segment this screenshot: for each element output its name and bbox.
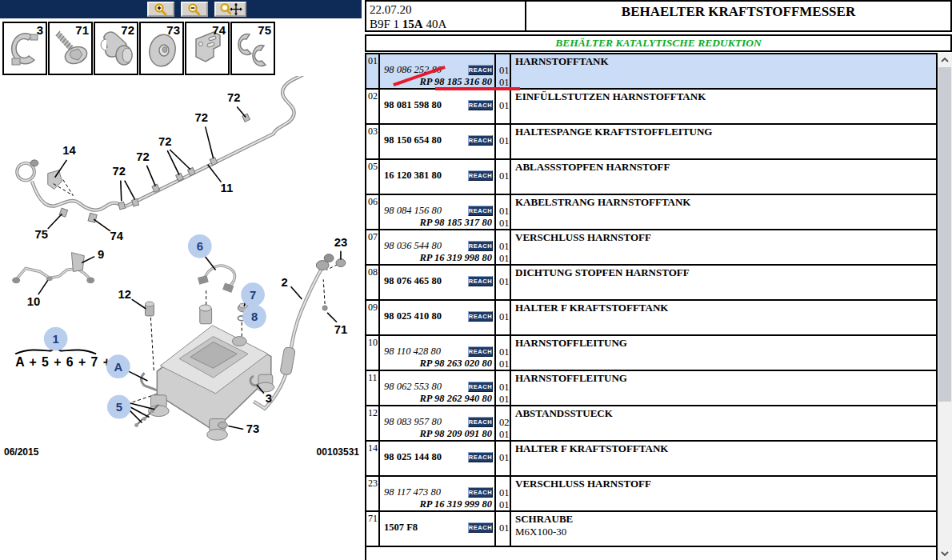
reach-button[interactable]: REACH — [468, 135, 493, 146]
table-row-07[interactable]: 0798 036 544 80REACHRP 16 319 998 800101… — [366, 230, 936, 266]
callout-73[interactable]: 73 — [246, 422, 260, 435]
callout-72[interactable]: 72 — [194, 111, 208, 124]
ref-number: 01 — [366, 54, 380, 88]
replacement-part-number: RP 16 319 999 80 — [419, 498, 492, 510]
description-cell: HARNSTOFFLEITUNG — [513, 336, 936, 370]
part-thumbnail-73[interactable]: 73 — [139, 22, 184, 75]
callout-72[interactable]: 72 — [136, 150, 150, 163]
part-cell: 98 081 598 80REACH — [382, 90, 496, 123]
quantity-cell: 01 — [498, 301, 511, 334]
reach-button[interactable]: REACH — [468, 311, 493, 322]
callout-12[interactable]: 12 — [118, 288, 131, 301]
callout-71[interactable]: 71 — [334, 323, 348, 336]
zoom-out-button[interactable] — [181, 2, 208, 17]
callout-3[interactable]: 3 — [266, 392, 272, 405]
reach-button[interactable]: REACH — [468, 206, 493, 216]
table-row-12[interactable]: 1298 083 957 80REACHRP 98 209 091 800201… — [366, 406, 936, 442]
quantity-cell: 0101 — [498, 230, 511, 264]
zoom-in-button[interactable] — [147, 2, 174, 17]
reach-button[interactable]: REACH — [468, 65, 493, 75]
callout-2[interactable]: 2 — [282, 276, 288, 289]
part-number: 98 110 428 80 — [384, 346, 441, 358]
reach-button[interactable]: REACH — [468, 100, 493, 110]
callout-72[interactable]: 72 — [158, 135, 172, 148]
table-row-23[interactable]: 2398 117 473 80REACHRP 16 319 999 800101… — [366, 477, 936, 512]
quantity: 01 — [499, 135, 510, 147]
quantity: 01 — [499, 522, 510, 534]
callout-5[interactable]: 5 — [116, 401, 122, 414]
quantity: 01 — [499, 429, 510, 441]
callout-1[interactable]: 1 — [53, 333, 59, 346]
part-description: HALTESPANGE KRAFTSTOFFLEITUNG — [515, 126, 934, 138]
callout-7[interactable]: 7 — [250, 289, 256, 302]
ref-number: 05 — [366, 160, 380, 194]
table-row-09[interactable]: 0998 025 410 80REACH01HALTER F KRAFTSTOF… — [366, 301, 936, 336]
reach-button[interactable]: REACH — [468, 241, 493, 251]
callout-74[interactable]: 74 — [110, 230, 124, 242]
table-row-06[interactable]: 0698 084 156 80REACHRP 98 185 317 800101… — [366, 195, 936, 230]
callout-6[interactable]: 6 — [197, 240, 203, 253]
table-row-10[interactable]: 1098 110 428 80REACHRP 98 263 020 800101… — [366, 336, 936, 371]
part-number: 98 025 144 80 — [384, 451, 442, 463]
quantity-cell: 0101 — [498, 54, 511, 88]
drawing-number: 00103531 — [284, 446, 359, 458]
diagram-toolbar — [0, 0, 362, 18]
thumbnail-label: 3 — [37, 23, 43, 37]
reach-button[interactable]: REACH — [468, 452, 493, 462]
part-cell: 98 110 428 80REACHRP 98 263 020 80 — [382, 336, 496, 370]
table-row-14[interactable]: 1498 025 144 80REACH01HALTER F KRAFTSTOF… — [366, 442, 936, 477]
part-thumbnail-71[interactable]: 71 — [48, 22, 93, 75]
callout-11[interactable]: 11 — [221, 182, 234, 194]
ref-number: 14 — [366, 442, 380, 475]
reach-button[interactable]: REACH — [468, 346, 493, 357]
scroll-up-button[interactable] — [938, 53, 952, 66]
quantity-cell: 01 — [498, 512, 511, 546]
reach-button[interactable]: REACH — [468, 487, 493, 498]
ref-number: 02 — [366, 90, 380, 123]
description-cell: ABSTANDSSTUECK — [513, 406, 936, 440]
reach-button[interactable]: REACH — [468, 522, 493, 533]
page-title: BEHAELTER KRAFTSTOFFMESSER — [526, 4, 950, 20]
part-thumbnail-3[interactable]: 3 — [2, 22, 47, 75]
catalog-reference: 22.07.20 B9F 1 15A 40A — [366, 2, 526, 30]
table-row-05[interactable]: 0516 120 381 80REACH01ABLASSSTOPFEN HARN… — [366, 160, 936, 195]
catalog-header: 22.07.20 B9F 1 15A 40A BEHAELTER KRAFTST… — [365, 0, 952, 32]
reach-button[interactable]: REACH — [468, 170, 493, 181]
callout-75[interactable]: 75 — [35, 228, 49, 241]
leader-line — [146, 166, 155, 186]
part-spec: M6X100-30 — [515, 526, 934, 538]
callout-72[interactable]: 72 — [113, 165, 126, 178]
ref-number: 71 — [366, 512, 380, 546]
part-description: HALTER F KRAFTSTOFFTANK — [515, 302, 934, 314]
callout-14[interactable]: 14 — [62, 144, 76, 157]
table-row-01[interactable]: 0198 086 252 80REACHRP 98 185 316 800101… — [366, 54, 936, 90]
leader-line — [208, 165, 222, 182]
reach-button[interactable]: REACH — [468, 417, 493, 427]
callout-A[interactable]: A — [114, 361, 122, 374]
part-thumbnail-74[interactable]: 74 — [185, 22, 230, 75]
quantity: 01 — [499, 499, 510, 511]
reach-button[interactable]: REACH — [468, 382, 493, 392]
callout-72[interactable]: 72 — [227, 91, 241, 104]
scroll-down-button[interactable] — [938, 546, 952, 560]
table-row-03[interactable]: 0398 150 654 80REACH01HALTESPANGE KRAFTS… — [366, 125, 936, 160]
callout-9[interactable]: 9 — [98, 248, 104, 261]
part-thumbnail-75[interactable]: 75 — [230, 22, 275, 75]
callout-10[interactable]: 10 — [27, 296, 41, 309]
table-row-11[interactable]: 1198 062 553 80REACHRP 98 262 940 800101… — [366, 371, 936, 406]
diagram-date: 06/2015 — [4, 446, 38, 458]
table-row-02[interactable]: 0298 081 598 80REACH01EINFÜLLSTUTZEN HAR… — [366, 90, 936, 125]
leader-line — [291, 286, 302, 299]
reach-button[interactable]: REACH — [468, 276, 493, 286]
quantity-cell: 0101 — [498, 336, 511, 370]
callout-23[interactable]: 23 — [334, 236, 348, 249]
zoom-pan-button[interactable] — [214, 2, 246, 17]
table-row-71[interactable]: 711507 F8REACH01SCHRAUBEM6X100-30 — [366, 512, 936, 547]
quantity-cell: 01 — [498, 160, 511, 194]
table-scrollbar[interactable] — [938, 53, 952, 560]
scrollbar-thumb[interactable] — [938, 67, 951, 402]
part-thumbnail-72[interactable]: 72 — [94, 22, 138, 75]
table-row-08[interactable]: 0898 076 465 80REACH01DICHTUNG STOPFEN H… — [366, 266, 936, 301]
callout-8[interactable]: 8 — [251, 310, 258, 323]
leader-line — [130, 407, 150, 418]
